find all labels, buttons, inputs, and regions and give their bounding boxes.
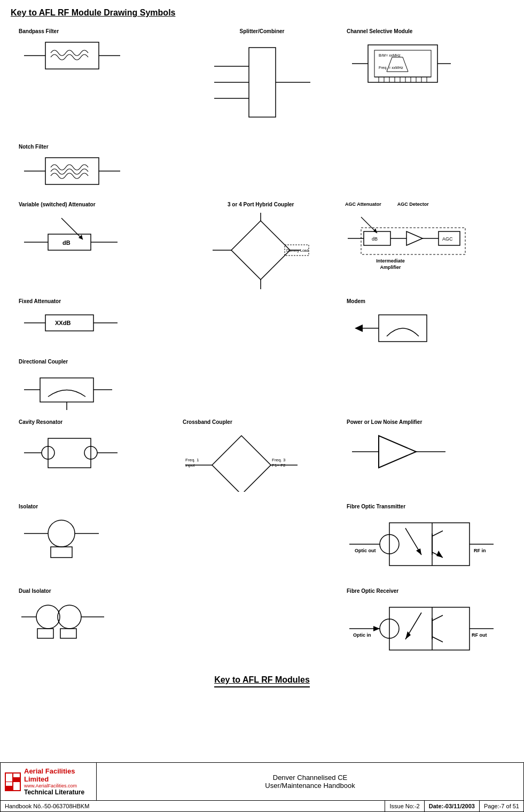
svg-text:AGC: AGC xyxy=(442,236,453,242)
svg-line-115 xyxy=(432,637,443,642)
footer-website: www.AerialFacilities.com xyxy=(24,783,92,788)
hybrid-coupler-cell: 3 or 4 Port Hybrid Coupler Dummy Load xyxy=(179,199,343,293)
svg-text:B/W= xxMHz: B/W= xxMHz xyxy=(379,53,401,57)
svg-marker-110 xyxy=(373,626,380,631)
page-title: Key to AFL RF Module Drawing Symbols xyxy=(11,8,513,18)
cavity-resonator-symbol xyxy=(19,428,126,476)
empty-cell-1 xyxy=(180,141,344,194)
svg-text:Freq. 3: Freq. 3 xyxy=(272,458,286,462)
empty-r5 xyxy=(180,356,344,414)
svg-text:Optic in: Optic in xyxy=(353,632,371,638)
fixed-attenuator-cell: Fixed Attenuator XXdB xyxy=(16,296,180,353)
power-amp-label: Power or Low Noise Amplifier xyxy=(347,419,505,425)
svg-text:Amplifier: Amplifier xyxy=(380,265,401,270)
svg-rect-103 xyxy=(37,629,53,638)
isolator-symbol xyxy=(19,512,126,566)
svg-rect-84 xyxy=(51,547,72,558)
channel-selective-symbol: B/W= xxMHz Freq. = xxMHz xyxy=(347,37,453,90)
svg-text:XXdB: XXdB xyxy=(55,320,71,326)
footer-bottom: Handbook Nō.-50-063708HBKM Issue No:-2 D… xyxy=(1,800,523,811)
bandpass-filter-symbol xyxy=(19,37,126,74)
isolator-cell: Isolator xyxy=(16,501,180,580)
fibre-optic-tx-symbol: Optic out RF in xyxy=(347,512,496,576)
empty-r8 xyxy=(180,585,344,664)
empty-cell-2 xyxy=(344,141,508,194)
footer-issue: Issue No:-2 xyxy=(385,801,424,811)
bandpass-filter-cell: Bandpass Filter xyxy=(16,26,180,136)
agc-symbols: dB AGC Intermediate Amplifier xyxy=(345,209,505,273)
svg-rect-123 xyxy=(6,782,12,786)
fibre-optic-tx-label: Fibre Optic Transmitter xyxy=(347,504,505,509)
modem-symbol xyxy=(347,307,453,350)
svg-marker-70 xyxy=(212,436,271,492)
cavity-resonator-cell: Cavity Resonator xyxy=(16,416,180,496)
hybrid-coupler-symbol: Dummy Load xyxy=(207,210,314,290)
svg-marker-34 xyxy=(231,221,290,280)
svg-text:input: input xyxy=(185,463,195,468)
svg-marker-42 xyxy=(373,228,377,233)
footer-top: Aerial Facilities Limited www.AerialFaci… xyxy=(1,763,523,800)
svg-text:Freq. 1: Freq. 1 xyxy=(185,458,199,462)
footer: Aerial Facilities Limited www.AerialFaci… xyxy=(0,762,524,812)
svg-rect-3 xyxy=(249,48,276,117)
power-amp-symbol xyxy=(347,428,453,476)
company-name: Aerial Facilities Limited xyxy=(24,767,92,783)
svg-rect-107 xyxy=(389,607,470,650)
variable-attenuator-label: Variable (switched) Attenuator xyxy=(19,202,177,207)
footer-tech-lit: Technical Literature xyxy=(24,788,92,796)
center-title: Key to AFL RF Modules xyxy=(214,675,310,687)
svg-rect-124 xyxy=(13,774,20,777)
svg-point-83 xyxy=(48,520,75,547)
svg-marker-47 xyxy=(406,231,423,245)
splitter-combiner-symbol xyxy=(209,37,316,133)
agc-detector-group: AGC Detector xyxy=(397,202,429,209)
bandpass-filter-label: Bandpass Filter xyxy=(19,28,177,34)
fixed-attenuator-symbol: XXdB xyxy=(19,307,126,339)
crossband-coupler-symbol: Freq. 1 input Freq. 3 F1+ F2 Freq. 2 inp… xyxy=(183,428,316,492)
fibre-optic-rx-label: Fibre Optic Receiver xyxy=(347,588,505,594)
agc-detector-label: AGC Detector xyxy=(397,202,429,207)
company-logo-icon xyxy=(5,772,21,791)
channel-selective-cell: Channel Selective Module B/W= xxMHz Freq… xyxy=(344,26,508,136)
svg-marker-81 xyxy=(379,436,416,468)
fixed-attenuator-label: Fixed Attenuator xyxy=(19,298,177,304)
notch-filter-cell: Notch Filter xyxy=(16,141,180,194)
footer-page: Page:-7 of 51 xyxy=(480,801,523,811)
channel-selective-label: Channel Selective Module xyxy=(347,28,505,34)
modem-label: Modem xyxy=(347,298,505,304)
svg-line-28 xyxy=(61,218,83,239)
svg-line-94 xyxy=(432,531,443,536)
svg-point-101 xyxy=(36,605,60,629)
crossband-coupler-cell: Crossband Coupler Freq. 1 input Freq. 3 … xyxy=(180,416,344,496)
footer-description: Denver Channelised CE User/Maintenance H… xyxy=(97,763,523,800)
svg-point-102 xyxy=(58,605,81,629)
page: Key to AFL RF Module Drawing Symbols Ban… xyxy=(0,0,524,812)
svg-rect-122 xyxy=(13,782,20,790)
svg-rect-121 xyxy=(6,774,12,782)
svg-text:F1+ F2: F1+ F2 xyxy=(272,463,286,468)
variable-attenuator-symbol: dB xyxy=(19,210,126,258)
fibre-optic-rx-symbol: Optic in RF out xyxy=(347,597,496,661)
hybrid-coupler-label: 3 or 4 Port Hybrid Coupler xyxy=(228,202,294,207)
agc-attenuator-label: AGC Attenuator xyxy=(345,202,381,207)
notch-filter-symbol xyxy=(19,152,126,190)
svg-marker-58 xyxy=(355,324,363,332)
svg-rect-88 xyxy=(389,523,470,566)
splitter-combiner-cell: Splitter/Combiner xyxy=(180,26,344,136)
power-amp-cell: Power or Low Noise Amplifier xyxy=(344,416,508,496)
dual-isolator-label: Dual Isolator xyxy=(19,588,177,594)
dual-isolator-symbol xyxy=(19,597,126,650)
svg-text:dB: dB xyxy=(372,236,378,242)
directional-coupler-label: Directional Coupler xyxy=(19,359,177,365)
footer-date: Date:-03/11/2003 xyxy=(425,801,480,811)
svg-text:Dummy Load: Dummy Load xyxy=(286,249,309,253)
cavity-resonator-label: Cavity Resonator xyxy=(19,419,177,425)
svg-text:Intermediate: Intermediate xyxy=(376,258,405,264)
empty-r7 xyxy=(180,501,344,580)
svg-text:dB: dB xyxy=(62,239,71,246)
agc-cell: AGC Attenuator AGC Detector dB xyxy=(342,199,508,293)
isolator-label: Isolator xyxy=(19,504,177,509)
variable-attenuator-cell: Variable (switched) Attenuator dB xyxy=(16,199,179,293)
notch-filter-label: Notch Filter xyxy=(19,144,177,150)
svg-marker-97 xyxy=(436,551,443,558)
